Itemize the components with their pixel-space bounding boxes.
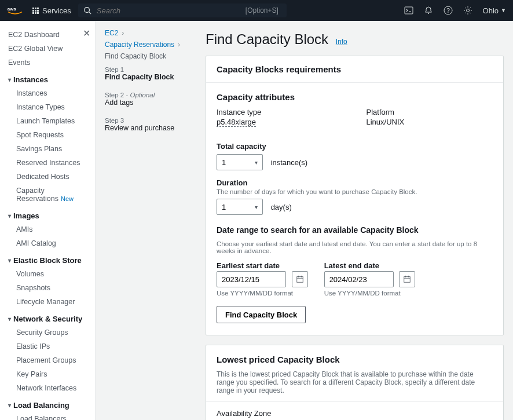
new-badge: New: [61, 195, 74, 202]
sidebar-item[interactable]: Lifecycle Manager: [8, 295, 87, 309]
duration-hint: The number of days for which you want to…: [217, 188, 493, 195]
earliest-date-label: Earliest start date: [217, 261, 308, 270]
top-nav: aws Services [Option+S] ? Ohio ▼: [0, 0, 513, 21]
breadcrumb-capacity-reservations[interactable]: Capacity Reservations: [105, 41, 174, 49]
platform-label: Platform: [367, 108, 493, 116]
page-title: Find Capacity Block Info: [206, 31, 504, 48]
date-range-title: Date range to search for an available Ca…: [217, 225, 493, 235]
svg-line-2: [89, 12, 91, 14]
region-selector[interactable]: Ohio ▼: [483, 6, 506, 15]
aws-logo[interactable]: aws: [7, 6, 23, 15]
sidebar-group-images[interactable]: Images: [8, 206, 87, 222]
find-capacity-block-button[interactable]: Find Capacity Block: [217, 306, 306, 323]
latest-date-input[interactable]: [324, 271, 394, 287]
platform-value: Linux/UNIX: [367, 118, 493, 126]
svg-rect-3: [405, 7, 413, 14]
step-1[interactable]: Step 1 Find Capacity Block: [105, 64, 196, 89]
earliest-date-picker[interactable]: [292, 271, 308, 287]
svg-rect-8: [296, 277, 303, 283]
region-label: Ohio: [483, 6, 499, 15]
svg-point-7: [466, 9, 469, 12]
search-icon: [83, 6, 92, 15]
requirements-panel: Capacity Blocks requirements Capacity at…: [206, 56, 504, 335]
svg-text:aws: aws: [8, 6, 17, 12]
calendar-icon: [403, 275, 411, 283]
total-capacity-select[interactable]: 1: [217, 154, 263, 170]
step-2[interactable]: Step 2 - Optional Add tags: [105, 89, 196, 115]
search-input[interactable]: [97, 6, 237, 15]
requirements-header: Capacity Blocks requirements: [206, 56, 503, 83]
step-3[interactable]: Step 3 Review and purchase: [105, 115, 196, 140]
search-box[interactable]: [Option+S]: [78, 3, 287, 17]
total-capacity-label: Total capacity: [217, 142, 493, 151]
sidebar-item[interactable]: AMI Catalog: [8, 236, 87, 250]
search-shortcut: [Option+S]: [242, 6, 282, 15]
svg-point-1: [85, 8, 90, 13]
instances-suffix: instance(s): [271, 158, 308, 167]
sidebar-item-ec2-global-view[interactable]: EC2 Global View: [8, 42, 87, 56]
breadcrumb-ec2[interactable]: EC2: [105, 29, 118, 37]
help-icon[interactable]: ?: [444, 6, 453, 15]
grid-icon: [32, 8, 39, 14]
sidebar-item[interactable]: Security Groups: [8, 326, 87, 339]
duration-select[interactable]: 1: [217, 199, 263, 215]
svg-text:?: ?: [446, 8, 450, 14]
sidebar-item[interactable]: Instances: [8, 86, 87, 100]
cloudshell-icon[interactable]: [404, 6, 413, 15]
sidebar-item-events[interactable]: Events: [8, 56, 87, 70]
sidebar-item[interactable]: Instance Types: [8, 100, 87, 114]
breadcrumb: EC2 › Capacity Reservations › Find Capac…: [105, 29, 196, 60]
sidebar-item[interactable]: Spot Requests: [8, 128, 87, 142]
duration-label: Duration: [217, 178, 493, 187]
capacity-attributes-title: Capacity attributes: [217, 92, 493, 102]
services-menu[interactable]: Services: [32, 6, 71, 15]
sidebar-item[interactable]: Dedicated Hosts: [8, 170, 87, 184]
date-range-hint: Choose your earliest start date and late…: [217, 240, 493, 254]
notifications-icon[interactable]: [424, 6, 433, 15]
calendar-icon: [296, 275, 304, 283]
sidebar-item-ec2-dashboard[interactable]: EC2 Dashboard: [8, 28, 87, 42]
instance-type-label: Instance type: [217, 108, 343, 116]
instance-type-value[interactable]: p5.48xlarge: [217, 118, 256, 127]
svg-rect-12: [404, 277, 411, 283]
sidebar-group-instances[interactable]: Instances: [8, 70, 87, 86]
sidebar-group-ebs[interactable]: Elastic Block Store: [8, 250, 87, 267]
earliest-date-input[interactable]: [217, 271, 286, 287]
info-link[interactable]: Info: [336, 38, 347, 46]
sidebar-group-load-balancing[interactable]: Load Balancing: [8, 395, 87, 412]
chevron-down-icon: ▼: [501, 8, 506, 13]
main-content: Find Capacity Block Info Capacity Blocks…: [206, 21, 513, 420]
latest-date-label: Latest end date: [324, 261, 416, 270]
sidebar-item[interactable]: Launch Templates: [8, 114, 87, 128]
latest-date-picker[interactable]: [399, 271, 415, 287]
date-format-hint: Use YYYY/MM/DD format: [324, 290, 416, 297]
sidebar-item[interactable]: Placement Groups: [8, 353, 87, 367]
svg-point-4: [428, 13, 429, 14]
sidebar-item[interactable]: Key Pairs: [8, 367, 87, 381]
sidebar-item-capacity-reservations[interactable]: Capacity ReservationsNew: [8, 184, 87, 206]
days-suffix: day(s): [271, 203, 292, 211]
az-label: Availability Zone: [217, 409, 493, 418]
settings-icon[interactable]: [463, 6, 472, 15]
sidebar-item[interactable]: Load Balancers: [8, 412, 87, 420]
sidebar: ✕ EC2 Dashboard EC2 Global View Events I…: [0, 21, 96, 420]
breadcrumb-current: Find Capacity Block: [105, 52, 166, 60]
sidebar-item[interactable]: Volumes: [8, 267, 87, 281]
result-panel: Lowest priced Capacity Block This is the…: [206, 345, 504, 420]
close-icon[interactable]: ✕: [83, 28, 95, 39]
sidebar-item[interactable]: Reserved Instances: [8, 156, 87, 170]
date-format-hint: Use YYYY/MM/DD format: [217, 290, 308, 297]
sidebar-item[interactable]: Snapshots: [8, 281, 87, 295]
result-header: Lowest priced Capacity Block: [217, 355, 493, 364]
sidebar-item[interactable]: Elastic IPs: [8, 339, 87, 353]
wizard-steps: EC2 › Capacity Reservations › Find Capac…: [96, 21, 206, 420]
sidebar-item[interactable]: Savings Plans: [8, 142, 87, 156]
services-label: Services: [42, 6, 71, 15]
sidebar-item[interactable]: Network Interfaces: [8, 381, 87, 395]
sidebar-group-network[interactable]: Network & Security: [8, 309, 87, 326]
result-subtext: This is the lowest priced Capacity Block…: [217, 370, 493, 395]
sidebar-item[interactable]: AMIs: [8, 222, 87, 236]
